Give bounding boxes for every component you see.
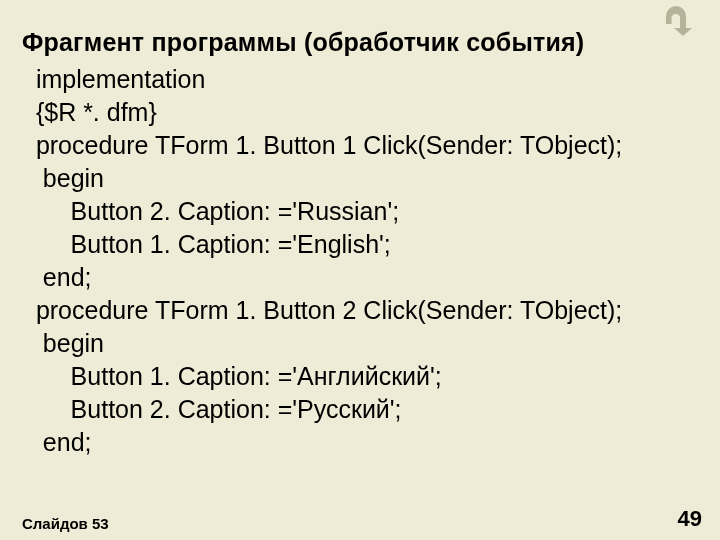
page-number: 49 [678,506,702,532]
slide: Фрагмент программы (обработчик события) … [0,0,720,540]
slide-title: Фрагмент программы (обработчик события) [22,28,700,57]
return-icon[interactable] [656,6,696,40]
slide-count: Слайдов 53 [22,515,109,532]
code-block: implementation {$R *. dfm} procedure TFo… [22,63,700,459]
footer: Слайдов 53 49 [22,506,702,532]
